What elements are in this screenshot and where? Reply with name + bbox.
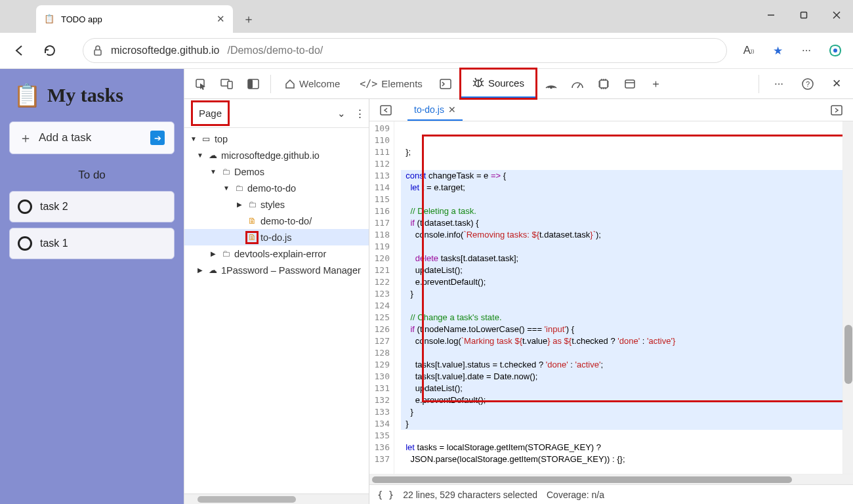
url-path: /Demos/demo-to-do/ (227, 45, 323, 56)
task-label: task 1 (40, 238, 68, 249)
window-titlebar: 📋 TODO app ✕ ＋ (0, 0, 853, 33)
kebab-icon[interactable]: ⋮ (355, 108, 365, 119)
tab-welcome[interactable]: Welcome (277, 69, 348, 98)
svg-rect-21 (381, 106, 391, 115)
plus-icon: ＋ (19, 129, 32, 147)
editor-vscrollbar[interactable] (843, 121, 853, 474)
window-controls (755, 0, 853, 30)
sources-navigator: Page ⌄ ⋮ ▼▭top ▼☁microsoftedge.github.io… (184, 99, 369, 504)
inspect-icon[interactable] (190, 73, 212, 95)
task-row[interactable]: task 1 (9, 228, 175, 259)
svg-point-5 (833, 49, 837, 52)
cloud-icon: ☁ (207, 150, 218, 161)
tab-sources[interactable]: Sources (461, 69, 536, 98)
svg-line-15 (577, 84, 580, 88)
svg-rect-10 (248, 79, 253, 89)
svg-point-14 (551, 87, 552, 89)
svg-rect-11 (440, 79, 451, 89)
cloud-icon: ☁ (207, 265, 218, 276)
brackets-icon[interactable]: { } (377, 490, 394, 500)
read-aloud-icon[interactable]: A)) (738, 39, 760, 62)
devtools-panel: Welcome </>Elements Sources ＋ ··· ? ✕ Pa… (184, 69, 853, 504)
browser-tab[interactable]: 📋 TODO app ✕ (36, 5, 233, 33)
task-radio[interactable] (18, 236, 32, 251)
window-icon: ▭ (201, 134, 211, 144)
collapse-nav-icon[interactable] (375, 99, 397, 121)
more-menu-icon[interactable]: ··· (795, 39, 818, 62)
svg-text:?: ? (806, 80, 810, 88)
close-tab-icon[interactable]: ✕ (217, 13, 225, 25)
favorite-star-icon[interactable]: ★ (766, 39, 789, 62)
navigator-hscrollbar[interactable] (184, 494, 369, 504)
chevron-down-icon[interactable]: ⌄ (337, 108, 346, 119)
editor-hscrollbar[interactable] (369, 474, 853, 484)
tree-item-selected[interactable]: 🗎to-do.js (184, 229, 369, 245)
file-tree[interactable]: ▼▭top ▼☁microsoftedge.github.io ▼🗀Demos … (184, 128, 369, 494)
line-gutter[interactable]: 109 110 111 112 113 114 115 116 117 118 … (369, 121, 394, 474)
source-editor-panel: to-do.js ✕ 109 110 111 112 113 114 115 1… (369, 99, 853, 504)
application-icon[interactable] (619, 73, 641, 95)
task-list: task 2task 1 (9, 191, 175, 259)
close-file-icon[interactable]: ✕ (448, 104, 456, 115)
lock-icon (93, 45, 103, 56)
svg-rect-17 (625, 80, 635, 88)
section-label: To do (9, 169, 175, 182)
todo-app-panel: 📋 My tasks ＋ Add a task ➔ To do task 2ta… (0, 69, 184, 504)
file-icon: 🗎 (247, 232, 257, 243)
more-tabs-button[interactable]: ＋ (645, 73, 667, 95)
submit-arrow-icon[interactable]: ➔ (150, 131, 165, 145)
navigator-page-tab[interactable]: Page (192, 102, 228, 125)
code-editor[interactable]: }; const changeTask = e => { let t = e.t… (394, 121, 843, 474)
address-bar[interactable]: microsoftedge.github.io/Demos/demo-to-do… (83, 38, 727, 63)
help-icon[interactable]: ? (797, 73, 819, 95)
svg-rect-16 (600, 80, 608, 88)
network-icon[interactable] (540, 73, 562, 95)
file-icon: 🗎 (247, 216, 257, 226)
console-icon[interactable] (434, 73, 457, 95)
performance-icon[interactable] (566, 73, 589, 95)
expand-debugger-icon[interactable] (825, 99, 848, 121)
selection-status: 22 lines, 529 characters selected (403, 490, 537, 500)
coverage-status: Coverage: n/a (547, 490, 604, 500)
close-window-button[interactable] (820, 0, 853, 30)
code-icon: </> (360, 78, 377, 90)
task-row[interactable]: task 2 (9, 191, 175, 222)
folder-icon: 🗀 (247, 200, 257, 210)
clipboard-icon: 📋 (13, 82, 41, 108)
task-label: task 2 (40, 201, 68, 213)
back-button[interactable] (7, 37, 33, 64)
tab-title: TODO app (61, 14, 102, 24)
task-radio[interactable] (18, 200, 32, 214)
device-icon[interactable] (216, 73, 238, 95)
settings-more-icon[interactable]: ··· (768, 73, 790, 95)
close-devtools-button[interactable]: ✕ (825, 73, 848, 95)
home-icon (285, 79, 295, 89)
memory-icon[interactable] (593, 73, 615, 95)
app-heading: My tasks (47, 84, 123, 106)
svg-rect-8 (228, 81, 232, 89)
svg-rect-22 (831, 106, 842, 115)
folder-icon: 🗀 (234, 183, 244, 194)
maximize-button[interactable] (787, 0, 820, 30)
copilot-icon[interactable] (824, 39, 846, 62)
bug-icon (472, 77, 484, 89)
svg-rect-1 (801, 12, 807, 18)
browser-toolbar: microsoftedge.github.io/Demos/demo-to-do… (0, 33, 853, 69)
dock-icon[interactable] (242, 73, 264, 95)
source-file-tab[interactable]: to-do.js ✕ (407, 99, 463, 121)
devtools-tabstrip: Welcome </>Elements Sources ＋ ··· ? ✕ (184, 69, 853, 99)
add-task-label: Add a task (39, 131, 91, 144)
new-tab-button[interactable]: ＋ (237, 7, 260, 31)
tab-favicon-icon: 📋 (44, 14, 54, 24)
add-task-button[interactable]: ＋ Add a task ➔ (9, 121, 175, 154)
editor-statusbar: { } 22 lines, 529 characters selected Co… (369, 484, 853, 504)
url-host: microsoftedge.github.io (111, 45, 219, 56)
folder-icon: 🗀 (220, 249, 231, 259)
svg-rect-4 (94, 50, 101, 55)
tab-elements[interactable]: </>Elements (352, 69, 430, 98)
minimize-button[interactable] (755, 0, 787, 30)
folder-icon: 🗀 (220, 167, 231, 177)
refresh-button[interactable] (37, 37, 63, 64)
